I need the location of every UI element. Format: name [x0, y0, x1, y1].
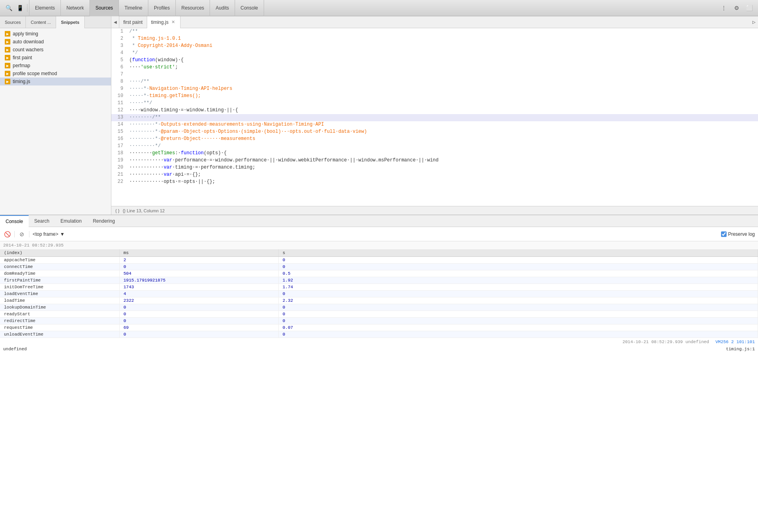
mobile-icon[interactable]: 📱 [14, 2, 25, 14]
table-cell-ms: 0 [119, 264, 278, 270]
file-icon: ▶ [5, 55, 10, 60]
tab-network[interactable]: Network [61, 0, 90, 16]
table-cell-ms: 2 [119, 257, 278, 264]
sidebar-tab-content[interactable]: Content ... [26, 16, 56, 28]
code-tabs: ◀ first paint timing.js ✕ ▷ [111, 16, 758, 28]
tab-elements[interactable]: Elements [29, 0, 61, 16]
search-icon[interactable]: 🔍 [3, 2, 14, 14]
list-item[interactable]: ▶ count wachers [0, 46, 111, 54]
tab-timeline[interactable]: Timeline [119, 0, 148, 16]
file-icon: ▶ [5, 63, 10, 68]
table-cell-s: 0 [278, 331, 758, 338]
code-line: 2 * Timing.js·1.0.1 [111, 35, 758, 43]
tab-audits[interactable]: Audits [210, 0, 235, 16]
preserve-log-control: Preserve log [721, 231, 755, 237]
tab-console[interactable]: Console [235, 0, 264, 16]
tab-nav-left[interactable]: ◀ [111, 16, 119, 28]
sidebar-tab-sources[interactable]: Sources [0, 16, 26, 28]
code-line: 21 ············var·api·=·{}; [111, 171, 758, 179]
list-item[interactable]: ▶ auto download [0, 38, 111, 46]
tab-profiles[interactable]: Profiles [148, 0, 176, 16]
table-cell-s: 0 [278, 291, 758, 297]
code-editor[interactable]: 1 /** 2 * Timing.js·1.0.1 3 * Copyright·… [111, 28, 758, 206]
table-cell-ms: 69 [119, 324, 278, 331]
file-icon: ▶ [5, 39, 10, 45]
table-cell-ms: 0 [119, 304, 278, 311]
bottom-tab-rendering[interactable]: Rendering [87, 215, 120, 227]
vm-link[interactable]: VM256 2 101:101 [715, 340, 755, 344]
table-row: unloadEventTime00 [0, 331, 758, 338]
table-cell-ms: 0 [119, 318, 278, 324]
table-cell-s: 1.92 [278, 277, 758, 284]
table-cell-index: redirectTime [0, 318, 119, 324]
table-cell-index: lookupDomainTime [0, 304, 119, 311]
frame-arrow-icon: ▼ [60, 231, 65, 237]
table-cell-index: firstPaintTime [0, 277, 119, 284]
console-separator [14, 231, 15, 237]
devtools-icon[interactable]: ⋮ [718, 2, 729, 14]
table-cell-ms: 1915.17919921875 [119, 277, 278, 284]
code-line: 9 ·····*·Navigation·Timing·API·helpers [111, 85, 758, 93]
console-toolbar: 🚫 ⊘ <top frame> ▼ Preserve log [0, 227, 758, 241]
file-icon: ▶ [5, 47, 10, 52]
console-clear-button[interactable]: 🚫 [3, 230, 11, 238]
table-cell-ms: 0 [119, 311, 278, 318]
table-row: requestTime690.07 [0, 324, 758, 331]
tab-close-button[interactable]: ✕ [171, 19, 176, 25]
table-cell-index: domReadyTime [0, 270, 119, 277]
dock-icon[interactable]: ⬜ [744, 2, 755, 14]
table-cell-s: 0.07 [278, 324, 758, 331]
frame-selector[interactable]: <top frame> ▼ [33, 231, 65, 237]
list-item[interactable]: ▶ first paint [0, 54, 111, 62]
table-cell-ms: 0 [119, 331, 278, 338]
code-panel: ◀ first paint timing.js ✕ ▷ 1 /** 2 [111, 16, 758, 215]
console-content: 2014-10-21 08:52:29.935 (index) ms s app… [0, 241, 758, 532]
code-line-highlighted: 13 ········/** [111, 114, 758, 121]
list-item[interactable]: ▶ perfmap [0, 62, 111, 70]
table-cell-ms: 4 [119, 291, 278, 297]
sources-panel: Sources Content ... Snippets ▶ apply tim… [0, 16, 758, 215]
code-tab-first-paint[interactable]: first paint [119, 16, 147, 28]
table-cell-s: 0 [278, 304, 758, 311]
list-item-timing[interactable]: ▶ timing.js [0, 78, 111, 85]
code-line: 22 ············opts·=·opts·||·{}; [111, 179, 758, 186]
sidebar-tab-snippets[interactable]: Snippets [56, 16, 84, 28]
sidebar-item-label: perfmap [13, 63, 30, 68]
preserve-log-checkbox[interactable] [721, 231, 727, 237]
bottom-tabs: Console Search Emulation Rendering [0, 215, 758, 227]
top-toolbar: 🔍 📱 Elements Network Sources Timeline Pr… [0, 0, 758, 16]
bottom-tab-console[interactable]: Console [0, 215, 29, 227]
console-undefined-line: 2014-10-21 08:52:29.939 undefined VM256 … [0, 338, 758, 346]
bottom-tab-search[interactable]: Search [29, 215, 55, 227]
timing-link[interactable]: timing.js:1 [726, 347, 755, 351]
table-cell-s: 2.32 [278, 297, 758, 304]
tab-overflow-button[interactable]: ▷ [750, 16, 758, 28]
table-row: redirectTime00 [0, 318, 758, 324]
toolbar-right: ⋮ ⚙ ⬜ [718, 2, 755, 14]
tab-resources[interactable]: Resources [176, 0, 210, 16]
status-bar: { } {} Line 13, Column 12 [111, 206, 758, 215]
tab-label: first paint [123, 19, 143, 25]
table-row: loadEventTime40 [0, 291, 758, 297]
list-item[interactable]: ▶ apply timing [0, 30, 111, 38]
sidebar-item-label: auto download [13, 39, 44, 45]
code-line: 16 ·········*·@return·Object·······measu… [111, 136, 758, 143]
sidebar-item-label: timing.js [13, 79, 30, 84]
sidebar-item-label: first paint [13, 55, 32, 60]
settings-icon[interactable]: ⚙ [731, 2, 742, 14]
list-item[interactable]: ▶ profile scope method [0, 70, 111, 78]
tab-sources[interactable]: Sources [90, 0, 119, 16]
code-line: 7 [111, 71, 758, 78]
table-cell-index: initDomTreeTime [0, 284, 119, 291]
code-line: 18 ········getTimes:·function(opts)·{ [111, 150, 758, 157]
table-row: firstPaintTime1915.179199218751.92 [0, 277, 758, 284]
bottom-tab-emulation[interactable]: Emulation [55, 215, 87, 227]
table-header-s: s [278, 249, 758, 257]
left-sidebar: Sources Content ... Snippets ▶ apply tim… [0, 16, 111, 215]
code-line: 10 ·····*·timing.getTimes(); [111, 93, 758, 100]
code-line: 1 /** [111, 28, 758, 35]
table-cell-ms: 2322 [119, 297, 278, 304]
console-filter-button[interactable]: ⊘ [18, 230, 26, 238]
code-line: 15 ·········*·@param··Object·opts·Option… [111, 128, 758, 136]
code-tab-timing[interactable]: timing.js ✕ [147, 16, 181, 28]
